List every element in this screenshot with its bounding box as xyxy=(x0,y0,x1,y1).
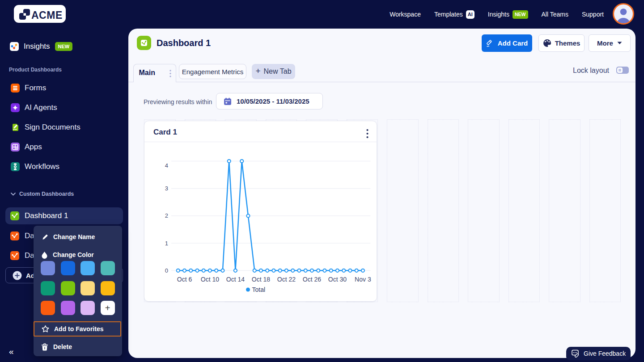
svg-text:Oct 30: Oct 30 xyxy=(328,276,347,283)
svg-text:ACME: ACME xyxy=(31,9,63,21)
svg-text:Oct 22: Oct 22 xyxy=(277,276,296,283)
svg-text:Total: Total xyxy=(252,286,266,293)
svg-text:Oct 10: Oct 10 xyxy=(201,276,219,283)
svg-text:Oct 6: Oct 6 xyxy=(177,276,192,283)
svg-text:Oct 14: Oct 14 xyxy=(226,276,245,283)
svg-text:2: 2 xyxy=(165,212,168,219)
svg-text:0: 0 xyxy=(165,267,168,274)
svg-text:4: 4 xyxy=(165,162,168,169)
svg-text:Nov 3: Nov 3 xyxy=(355,276,371,283)
svg-text:1: 1 xyxy=(165,240,168,247)
svg-text:Oct 18: Oct 18 xyxy=(252,276,270,283)
svg-text:3: 3 xyxy=(165,185,168,192)
svg-text:Oct 26: Oct 26 xyxy=(303,276,321,283)
